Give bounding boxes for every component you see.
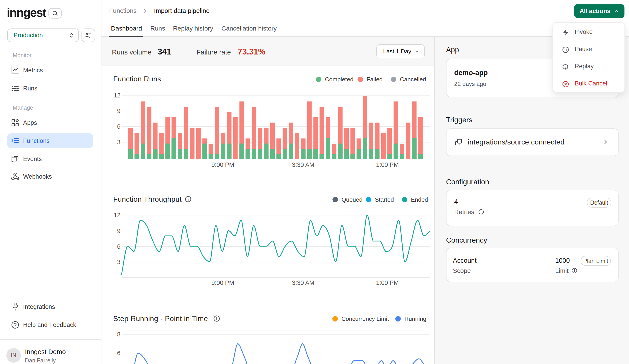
svg-text:Running: Running — [404, 315, 426, 322]
svg-text:3:30 AM: 3:30 AM — [292, 161, 314, 168]
svg-text:3: 3 — [117, 139, 121, 146]
svg-text:9: 9 — [117, 228, 121, 234]
svg-text:1:00 PM: 1:00 PM — [376, 279, 399, 286]
svg-text:1:00 PM: 1:00 PM — [376, 161, 399, 168]
svg-text:6: 6 — [117, 123, 121, 130]
svg-text:6: 6 — [117, 350, 121, 357]
svg-text:Failed: Failed — [367, 76, 383, 83]
svg-text:9:00 PM: 9:00 PM — [211, 161, 234, 168]
svg-text:Function Throughput: Function Throughput — [113, 195, 182, 203]
svg-text:3:30 AM: 3:30 AM — [292, 279, 314, 286]
svg-text:8: 8 — [117, 331, 121, 338]
svg-text:3: 3 — [117, 259, 121, 266]
svg-text:Completed: Completed — [325, 76, 353, 83]
svg-text:6: 6 — [117, 243, 121, 250]
svg-text:Queued: Queued — [341, 196, 362, 203]
svg-text:Step Running - Point in Time: Step Running - Point in Time — [113, 314, 208, 323]
svg-text:9: 9 — [117, 108, 121, 114]
svg-text:12: 12 — [114, 92, 121, 99]
svg-text:9:00 PM: 9:00 PM — [211, 279, 234, 286]
svg-text:12: 12 — [114, 212, 121, 219]
svg-text:Concurrency Limit: Concurrency Limit — [341, 315, 389, 322]
svg-text:Function Runs: Function Runs — [113, 75, 161, 83]
svg-text:Cancelled: Cancelled — [400, 76, 426, 83]
svg-text:Started: Started — [375, 196, 394, 203]
svg-text:Ended: Ended — [411, 196, 428, 203]
